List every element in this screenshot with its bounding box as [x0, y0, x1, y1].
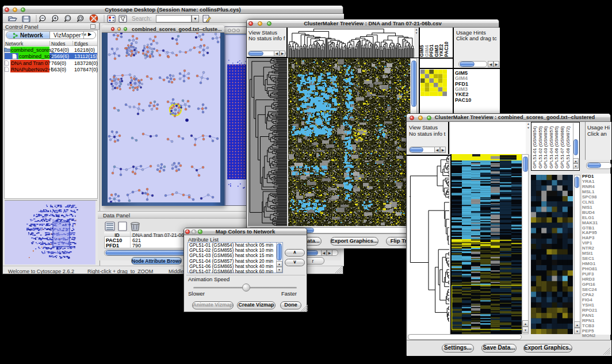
svg-text:GPL51-01 (GSM854): GPL51-01 (GSM854): [532, 126, 537, 168]
svg-text:GPL51-02 (GSM855): GPL51-02 (GSM855): [538, 126, 543, 168]
svg-text:PAC10: PAC10: [443, 41, 449, 57]
svg-text:GPL51-04 (GSM857): GPL51-04 (GSM857): [549, 126, 554, 168]
svg-text:GPL51-06 (GSM865): GPL51-06 (GSM865): [554, 126, 559, 168]
svg-text:GPL51-03 (GSM856): GPL51-03 (GSM856): [543, 126, 548, 168]
svg-text:GPL51-08 (GSM872): GPL51-08 (GSM872): [565, 126, 571, 168]
svg-text:GPL51-07 (GSM868): GPL51-07 (GSM868): [560, 126, 565, 168]
